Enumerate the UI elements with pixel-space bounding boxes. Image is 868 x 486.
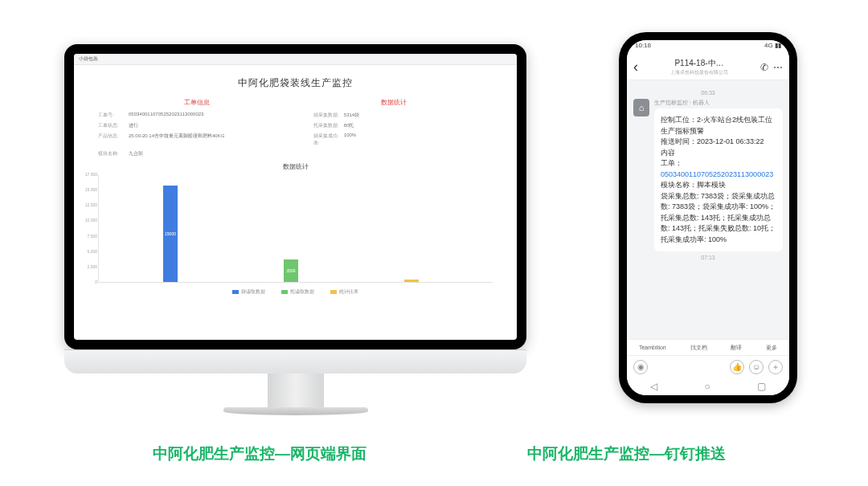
phone-call-icon[interactable]: ✆ [760,62,768,73]
info-row: 模块名称:九合部 [98,150,493,157]
swatch-icon [330,290,337,294]
plus-icon[interactable]: ＋ [768,360,783,374]
label: 工单号: [98,112,125,119]
quick-action[interactable]: Teambition [639,345,666,350]
quick-action[interactable]: 更多 [766,344,777,352]
value: 进行 [129,122,138,129]
value: 100% [344,133,356,147]
chat-area[interactable]: 06:33 ⌂ 生产指标监控 · 机器人 控制工位：2-火车站台2线包装工位 生… [627,80,789,339]
web-app-body: 中阿化肥袋装线生产监控 工单信息 数据统计 工单号:05034001107052… [74,65,517,301]
monitor-stand-base [223,407,368,415]
y-tick: 15,000 [78,187,97,192]
chart-legend: 袋读取数据 托读取数据 统计比率 [98,289,493,295]
info-row: 工单号:0503400110705252023113000023 袋采集数据:5… [98,112,493,119]
phone-screen: 10:18 4G ▮▮ P114-18-中… 上海卓然科技股份有限公司 ✆ ⋯ … [627,40,789,395]
status-time: 10:18 [635,42,651,53]
legend-label: 袋读取数据 [241,289,265,295]
nav-recent-icon[interactable]: ▢ [757,381,766,392]
y-tick: 17,500 [78,172,97,177]
message-row: ⌂ 生产指标监控 · 机器人 控制工位：2-火车站台2线包装工位 生产指标预警 … [633,99,783,251]
section-headings: 工单信息 数据统计 [98,98,493,107]
y-tick: 5,000 [78,249,97,254]
msg-line: 内容 [661,148,776,159]
value: 25.00-20.14含中微量元素脲醛缓释肥料40KG [129,133,224,147]
status-bar: 10:18 4G ▮▮ [627,40,789,55]
chat-title: P114-18-中… [638,58,760,69]
quick-action[interactable]: 找文档 [690,344,707,352]
value: 5314袋 [344,112,359,119]
message-bubble[interactable]: 控制工位：2-火车站台2线包装工位 生产指标预警 推送时间：2023-12-01… [654,108,783,251]
desktop-mockup: 小袋包装 中阿化肥袋装线生产监控 工单信息 数据统计 工单号:050340011… [64,44,526,415]
legend-item[interactable]: 袋读取数据 [232,289,265,295]
chart-title: 数据统计 [98,162,493,171]
value: 九合部 [129,150,143,157]
monitor-bezel: 小袋包装 中阿化肥袋装线生产监控 工单信息 数据统计 工单号:050340011… [64,44,526,349]
label: 托采集数据: [313,122,341,129]
like-icon[interactable]: 👍 [730,360,744,374]
legend-item[interactable]: 统计比率 [330,289,358,295]
voice-icon[interactable]: ◉ [633,360,648,374]
bar-chart: 17,500 15,000 12,500 10,000 7,500 5,000 … [98,174,493,283]
label: 袋采集成功率: [313,133,341,147]
emoji-icon[interactable]: ☺ [749,360,764,374]
msg-line: 推送时间：2023-12-01 06:33:22 [661,137,776,148]
chart-bar-ratio [404,280,419,282]
label: 工单状态: [98,122,125,129]
monitor-stand-neck [268,374,324,407]
value: 0503400110705252023113000023 [129,112,203,119]
quick-action[interactable]: 翻译 [731,344,742,352]
nav-back-icon[interactable]: ◁ [650,381,657,392]
msg-line: 生产指标预警 [661,126,776,137]
y-tick: 0 [78,280,97,284]
tab-title: 小袋包装 [79,56,98,61]
legend-label: 托读取数据 [290,289,314,295]
chart-bar-bags: 15000 [163,186,178,282]
android-nav-bar: ◁ ○ ▢ [627,378,789,395]
heading-data-stats: 数据统计 [296,98,493,107]
y-tick: 2,500 [78,264,97,269]
web-app-viewport: 小袋包装 中阿化肥袋装线生产监控 工单信息 数据统计 工单号:050340011… [74,54,517,340]
msg-line: 控制工位：2-火车站台2线包装工位 [661,115,776,126]
chart-bar-pallets: 3500 [284,259,298,282]
browser-tab[interactable]: 小袋包装 [74,54,517,65]
swatch-icon [232,290,239,294]
timestamp-pill: 07:13 [633,255,783,260]
heading-order-info: 工单信息 [98,98,296,107]
quick-actions-bar: Teambition 找文档 翻译 更多 [627,339,789,355]
monitor-chin [64,349,526,374]
bot-avatar-icon[interactable]: ⌂ [633,99,649,116]
swatch-icon [281,290,288,294]
chat-input-bar: ◉ 👍 ☺ ＋ [627,355,789,378]
timestamp-pill: 06:33 [633,90,783,96]
msg-line: 袋采集总数: 7383袋；袋采集成功总数: 7383袋；袋采集成功率: 100%… [661,191,776,246]
caption-phone: 中阿化肥生产监控—钉钉推送 [527,443,726,464]
chat-header: P114-18-中… 上海卓然科技股份有限公司 ✆ ⋯ [627,55,789,80]
nav-home-icon[interactable]: ○ [704,381,710,392]
more-icon[interactable]: ⋯ [773,62,783,73]
y-tick: 12,500 [78,202,97,207]
order-link[interactable]: 0503400110705252023113000023 [661,169,776,181]
bar-value: 15000 [165,231,176,236]
sender-name: 生产指标监控 · 机器人 [654,99,783,107]
info-row: 工单状态:进行 托采集数据:80托 [98,122,493,129]
page-title: 中阿化肥袋装线生产监控 [98,76,493,90]
label: 袋采集数据: [313,112,341,119]
legend-item[interactable]: 托读取数据 [281,289,314,295]
value: 80托 [344,122,354,129]
status-network: 4G ▮▮ [764,42,781,53]
label: 模块名称: [98,150,125,157]
phone-mockup: 10:18 4G ▮▮ P114-18-中… 上海卓然科技股份有限公司 ✆ ⋯ … [619,32,797,403]
y-tick: 7,500 [78,234,97,239]
y-tick: 10,000 [78,218,97,223]
info-row: 产品信息:25.00-20.14含中微量元素脲醛缓释肥料40KG 袋采集成功率:… [98,133,493,147]
msg-line: 模块名称：脚本模块 [661,180,776,191]
chat-subtitle: 上海卓然科技股份有限公司 [638,69,760,76]
legend-label: 统计比率 [339,289,358,295]
bar-value: 3500 [286,268,295,273]
msg-line: 工单： [661,158,776,169]
label: 产品信息: [98,133,125,147]
caption-web: 中阿化肥生产监控—网页端界面 [153,443,366,464]
header-title-block[interactable]: P114-18-中… 上海卓然科技股份有限公司 [638,58,760,76]
